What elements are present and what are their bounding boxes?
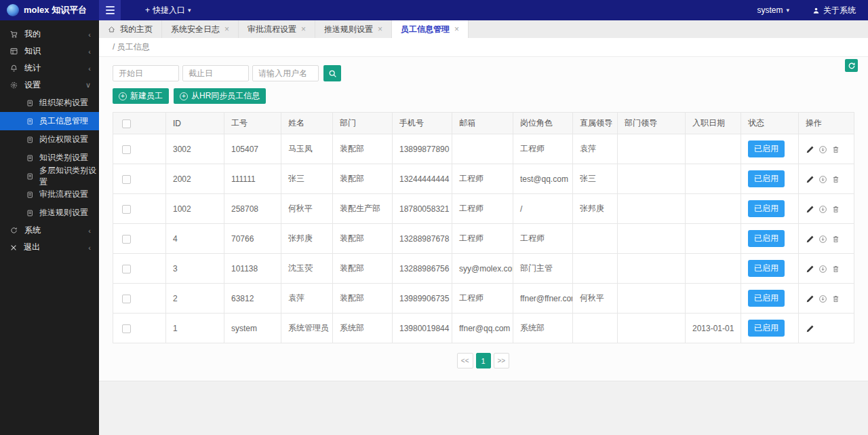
cell-email — [452, 134, 513, 164]
cell-hire-date — [686, 284, 741, 314]
toggle-status-icon[interactable] — [818, 235, 827, 244]
operations-cell — [799, 314, 854, 343]
sidebar-subitem-label: 多层知识类别设置 — [39, 165, 99, 188]
cell-email: ffner@qq.com — [452, 314, 513, 343]
refresh-icon — [848, 62, 856, 70]
sidebar-subitem-approval-process[interactable]: 审批流程设置 — [0, 185, 99, 204]
cell-hire-date — [686, 254, 741, 284]
status-button[interactable]: 已启用 — [748, 320, 785, 337]
sidebar-item-settings[interactable]: 设置 ∨ — [0, 77, 99, 94]
column-header: 直属领导 — [573, 113, 618, 134]
delete-icon[interactable] — [831, 295, 840, 303]
edit-icon[interactable] — [806, 295, 814, 303]
row-select-cell — [113, 284, 166, 314]
chevron-down-icon: ∨ — [85, 81, 91, 90]
edit-icon[interactable] — [806, 265, 814, 273]
close-icon[interactable]: × — [378, 24, 382, 34]
document-icon — [26, 117, 34, 126]
document-icon — [26, 99, 34, 107]
delete-icon[interactable] — [831, 205, 840, 214]
tab-my-home[interactable]: 我的主页 — [99, 20, 162, 38]
cell-hire-date — [686, 224, 741, 254]
delete-icon[interactable] — [831, 145, 840, 154]
edit-icon[interactable] — [806, 145, 814, 154]
row-checkbox[interactable] — [122, 235, 131, 244]
tab-approval-process[interactable]: 审批流程设置 × — [239, 20, 315, 38]
breadcrumb-text: / 员工信息 — [113, 41, 150, 53]
sidebar-subitem-push-rules[interactable]: 推送规则设置 — [0, 204, 99, 222]
user-menu[interactable]: system ▾ — [757, 5, 789, 15]
sidebar-item-system[interactable]: 系统 ‹ — [0, 222, 99, 239]
sidebar-subitem-multi-knowledge-category[interactable]: 多层知识类别设置 — [0, 167, 99, 185]
search-button[interactable] — [323, 65, 341, 81]
row-checkbox[interactable] — [122, 265, 131, 273]
sidebar-item-knowledge[interactable]: 知识 ‹ — [0, 43, 99, 60]
delete-icon[interactable] — [831, 235, 840, 244]
page-1-button[interactable]: 1 — [476, 353, 491, 368]
tab-employee-info[interactable]: 员工信息管理 × — [392, 20, 469, 38]
toggle-status-icon[interactable] — [818, 205, 827, 214]
row-checkbox[interactable] — [122, 205, 131, 214]
close-icon[interactable]: × — [301, 24, 306, 34]
username-input[interactable] — [252, 65, 319, 81]
close-icon — [9, 244, 18, 252]
sidebar-item-logout[interactable]: 退出 ‹ — [0, 239, 99, 256]
status-button[interactable]: 已启用 — [748, 200, 785, 217]
sidebar-item-label: 退出 — [24, 242, 82, 253]
toggle-status-icon[interactable] — [818, 265, 827, 273]
document-icon — [26, 136, 34, 144]
edit-icon[interactable] — [806, 324, 814, 333]
row-select-cell — [113, 224, 166, 254]
tab-push-rules[interactable]: 推送规则设置 × — [315, 20, 392, 38]
row-checkbox[interactable] — [122, 175, 131, 184]
employee-table: ID工号姓名部门手机号邮箱岗位角色直属领导部门领导入职日期状态操作3002105… — [113, 112, 854, 343]
row-checkbox[interactable] — [122, 324, 131, 333]
quick-entry-menu[interactable]: + 快捷入口 ▾ — [145, 5, 191, 16]
status-button[interactable]: 已启用 — [748, 260, 785, 277]
chevron-left-icon: ‹ — [88, 31, 91, 39]
tab-system-security-log[interactable]: 系统安全日志 × — [162, 20, 239, 38]
edit-icon[interactable] — [806, 205, 814, 214]
edit-icon[interactable] — [806, 175, 814, 184]
toggle-status-icon[interactable] — [818, 175, 827, 184]
close-icon[interactable]: × — [454, 24, 459, 34]
start-date-input[interactable] — [113, 65, 179, 81]
menu-toggle-button[interactable] — [99, 0, 121, 20]
body: 我的 ‹ 知识 ‹ 统计 ‹ 设置 ∨ 组织架构设置 — [0, 20, 868, 435]
row-checkbox[interactable] — [122, 295, 131, 303]
delete-icon[interactable] — [831, 175, 840, 184]
about-system-link[interactable]: 关于系统 — [812, 5, 856, 16]
sidebar-subitem-org-structure[interactable]: 组织架构设置 — [0, 94, 99, 112]
sidebar-item-stats[interactable]: 统计 ‹ — [0, 60, 99, 77]
status-button[interactable]: 已启用 — [748, 140, 785, 157]
select-all-cell — [113, 113, 166, 134]
cell-emp-no: 70766 — [224, 224, 281, 254]
next-page-button[interactable]: >> — [494, 353, 510, 368]
column-header: 部门领导 — [618, 113, 686, 134]
toggle-status-icon[interactable] — [818, 145, 827, 154]
sync-hr-button[interactable]: + 从HR同步员工信息 — [174, 88, 266, 104]
sidebar-subitem-employee-info[interactable]: 员工信息管理 — [0, 112, 99, 130]
refresh-button[interactable] — [845, 59, 858, 72]
select-all-checkbox[interactable] — [122, 119, 131, 128]
column-header: 状态 — [741, 113, 799, 134]
close-icon[interactable]: × — [224, 24, 229, 34]
row-checkbox[interactable] — [122, 145, 131, 154]
sidebar-subitem-position-permission[interactable]: 岗位权限设置 — [0, 130, 99, 149]
status-button[interactable]: 已启用 — [748, 170, 785, 187]
delete-icon[interactable] — [831, 265, 840, 273]
sidebar-item-my[interactable]: 我的 ‹ — [0, 26, 99, 43]
cell-name: 马玉凤 — [281, 134, 333, 164]
sidebar-subitem-label: 员工信息管理 — [39, 115, 88, 127]
end-date-input[interactable] — [182, 65, 249, 81]
cell-leader — [573, 314, 618, 343]
status-button[interactable]: 已启用 — [748, 290, 785, 307]
toggle-status-icon[interactable] — [818, 295, 827, 303]
new-employee-button[interactable]: + 新建员工 — [113, 88, 169, 104]
chevron-left-icon: ‹ — [88, 227, 91, 235]
brand-title: molex 知识平台 — [24, 4, 87, 16]
cell-name: 张邦庚 — [281, 224, 333, 254]
edit-icon[interactable] — [806, 235, 814, 244]
status-button[interactable]: 已启用 — [748, 230, 785, 247]
prev-page-button[interactable]: << — [457, 353, 473, 368]
